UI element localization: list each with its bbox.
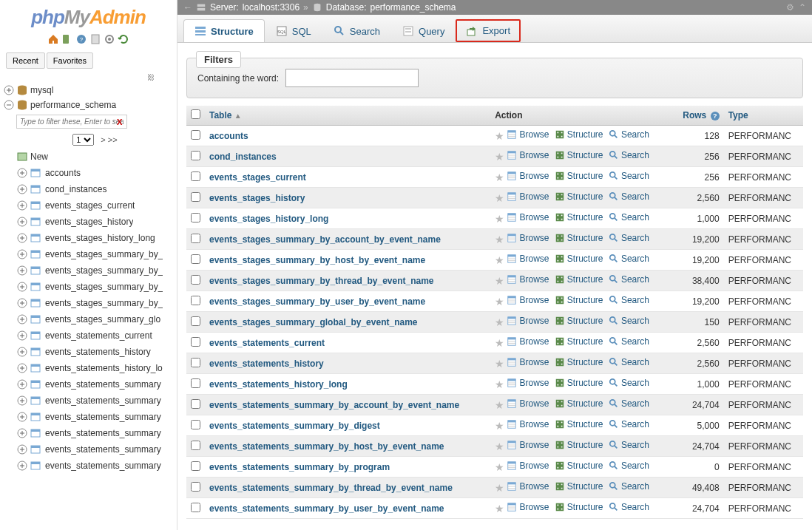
- table-name-link[interactable]: events_stages_summary_by_thread_by_event…: [209, 276, 434, 286]
- collapse-icon[interactable]: [3, 99, 15, 111]
- browse-link[interactable]: Browse: [507, 316, 549, 326]
- sidebar-table-label[interactable]: events_stages_summary_glo: [45, 314, 160, 325]
- favorite-star-icon[interactable]: ★: [495, 358, 504, 370]
- favorite-star-icon[interactable]: ★: [495, 275, 504, 287]
- favorites-button[interactable]: Favorites: [47, 52, 93, 69]
- table-name-link[interactable]: events_statements_summary_by_thread_by_e…: [209, 483, 453, 493]
- sidebar-table-item[interactable]: events_stages_summary_glo: [16, 311, 174, 327]
- tab-structure[interactable]: Structure: [183, 19, 265, 42]
- db-perfschema-link[interactable]: performance_schema: [30, 100, 116, 110]
- favorite-star-icon[interactable]: ★: [495, 171, 504, 183]
- collapse-tree-icon[interactable]: ⛓: [0, 72, 177, 83]
- table-name-link[interactable]: events_stages_summary_global_by_event_na…: [209, 317, 417, 327]
- sidebar-table-label[interactable]: events_statements_summary: [45, 461, 161, 471]
- row-checkbox[interactable]: [191, 461, 200, 471]
- favorite-star-icon[interactable]: ★: [495, 192, 504, 204]
- sidebar-table-item[interactable]: events_statements_current: [16, 327, 174, 344]
- sidebar-table-item[interactable]: events_statements_summary: [16, 409, 174, 425]
- containing-word-input[interactable]: [285, 69, 419, 87]
- docs-icon[interactable]: ?: [75, 33, 87, 45]
- row-checkbox[interactable]: [191, 151, 200, 160]
- tree-filter-input[interactable]: [16, 115, 127, 129]
- structure-link[interactable]: Structure: [555, 191, 603, 202]
- browse-link[interactable]: Browse: [507, 440, 549, 450]
- browse-link[interactable]: Browse: [507, 461, 549, 471]
- sidebar-table-label[interactable]: events_stages_summary_by_: [45, 265, 163, 276]
- tab-search[interactable]: Search: [322, 19, 391, 42]
- search-link[interactable]: Search: [609, 274, 649, 285]
- home-icon[interactable]: [47, 33, 59, 45]
- search-link[interactable]: Search: [609, 419, 649, 429]
- settings-icon[interactable]: [104, 33, 115, 45]
- search-link[interactable]: Search: [609, 254, 649, 264]
- help-icon[interactable]: ?: [711, 112, 720, 120]
- expand-icon[interactable]: [16, 232, 28, 244]
- browse-link[interactable]: Browse: [507, 191, 549, 202]
- table-name-link[interactable]: events_stages_current: [209, 172, 306, 183]
- browse-link[interactable]: Browse: [507, 129, 549, 140]
- row-checkbox[interactable]: [191, 399, 200, 409]
- expand-icon[interactable]: [16, 411, 28, 423]
- search-link[interactable]: Search: [609, 481, 649, 492]
- expand-icon[interactable]: [16, 265, 28, 276]
- row-checkbox[interactable]: [191, 234, 200, 243]
- favorite-star-icon[interactable]: ★: [495, 378, 504, 390]
- search-link[interactable]: Search: [609, 316, 649, 326]
- row-checkbox[interactable]: [191, 171, 200, 181]
- sidebar-table-label[interactable]: events_statements_summary: [45, 444, 161, 455]
- row-checkbox[interactable]: [191, 358, 200, 367]
- sql-docs-icon[interactable]: [89, 33, 101, 45]
- search-link[interactable]: Search: [609, 171, 649, 181]
- expand-icon[interactable]: [16, 444, 28, 455]
- search-link[interactable]: Search: [609, 502, 649, 512]
- check-all[interactable]: [191, 109, 200, 119]
- sidebar-table-item[interactable]: events_statements_summary: [16, 458, 174, 474]
- expand-icon[interactable]: [16, 362, 28, 374]
- sidebar-table-item[interactable]: events_stages_summary_by_: [16, 262, 174, 279]
- browse-link[interactable]: Browse: [507, 481, 549, 492]
- reload-icon[interactable]: [118, 33, 129, 45]
- col-type[interactable]: Type: [724, 106, 803, 126]
- favorite-star-icon[interactable]: ★: [495, 234, 504, 245]
- structure-link[interactable]: Structure: [555, 171, 603, 181]
- row-checkbox[interactable]: [191, 316, 200, 326]
- structure-link[interactable]: Structure: [555, 295, 603, 305]
- browse-link[interactable]: Browse: [507, 419, 549, 429]
- sidebar-table-item[interactable]: events_statements_summary: [16, 376, 174, 393]
- expand-icon[interactable]: [16, 281, 28, 293]
- favorite-star-icon[interactable]: ★: [495, 441, 504, 452]
- browse-link[interactable]: Browse: [507, 398, 549, 409]
- favorite-star-icon[interactable]: ★: [495, 482, 504, 494]
- favorite-star-icon[interactable]: ★: [495, 296, 504, 308]
- sidebar-table-label[interactable]: events_statements_summary: [45, 379, 161, 390]
- tab-query[interactable]: Query: [391, 19, 456, 42]
- search-link[interactable]: Search: [609, 295, 649, 305]
- table-name-link[interactable]: events_statements_history_long: [209, 379, 348, 390]
- table-name-link[interactable]: events_statements_summary_by_user_by_eve…: [209, 503, 444, 514]
- sidebar-table-label[interactable]: cond_instances: [45, 184, 106, 194]
- tab-export[interactable]: Export: [456, 19, 521, 42]
- sidebar-table-label[interactable]: events_statements_summary: [45, 412, 161, 422]
- favorite-star-icon[interactable]: ★: [495, 337, 504, 349]
- expand-icon[interactable]: [16, 346, 28, 358]
- logout-icon[interactable]: [61, 33, 73, 45]
- structure-link[interactable]: Structure: [555, 440, 603, 450]
- sidebar-table-label[interactable]: events_stages_summary_by_: [45, 282, 163, 292]
- browse-link[interactable]: Browse: [507, 357, 549, 367]
- search-link[interactable]: Search: [609, 150, 649, 160]
- sidebar-table-item[interactable]: accounts: [16, 165, 174, 181]
- favorite-star-icon[interactable]: ★: [495, 254, 504, 266]
- page-select[interactable]: 1: [72, 134, 94, 146]
- table-name-link[interactable]: events_statements_history: [209, 359, 324, 369]
- row-checkbox[interactable]: [191, 337, 200, 347]
- expand-icon[interactable]: [16, 330, 28, 342]
- table-name-link[interactable]: events_statements_current: [209, 338, 325, 348]
- back-icon[interactable]: ←: [183, 2, 192, 13]
- favorite-star-icon[interactable]: ★: [495, 151, 504, 163]
- sidebar-table-label[interactable]: events_statements_summary: [45, 395, 161, 406]
- structure-link[interactable]: Structure: [555, 274, 603, 285]
- sidebar-table-label[interactable]: events_stages_history: [45, 217, 133, 227]
- search-link[interactable]: Search: [609, 461, 649, 471]
- structure-link[interactable]: Structure: [555, 378, 603, 388]
- table-name-link[interactable]: events_statements_summary_by_host_by_eve…: [209, 441, 444, 452]
